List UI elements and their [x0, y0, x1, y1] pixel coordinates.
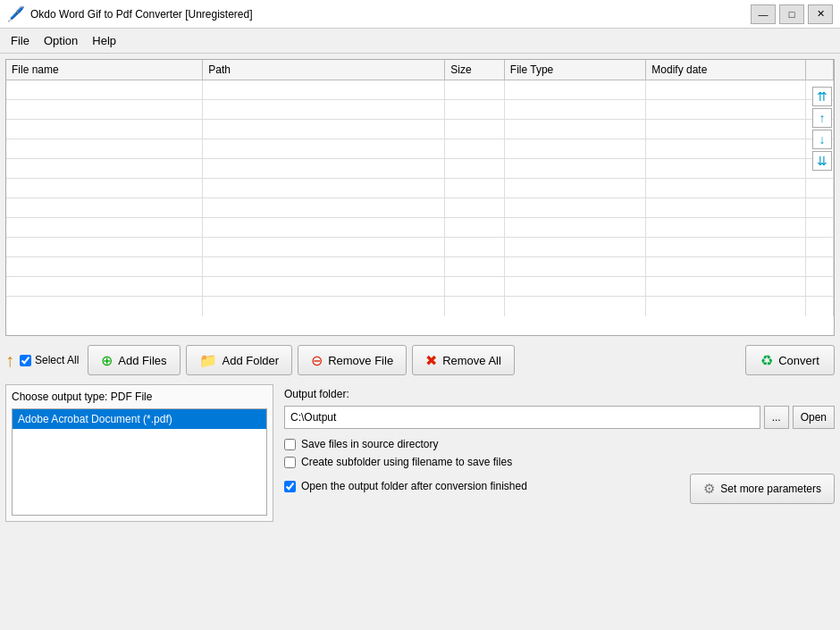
- table-row: [6, 80, 834, 100]
- scroll-down-button[interactable]: ↓: [812, 130, 832, 149]
- table-row: [6, 179, 834, 198]
- bottom-section: Choose output type: PDF File Adobe Acrob…: [5, 384, 835, 522]
- select-all-label[interactable]: Select All: [35, 354, 79, 366]
- table-row: [6, 100, 834, 120]
- scroll-buttons: ⇈ ↑ ↓ ⇊: [812, 87, 832, 171]
- output-folder-panel: Output folder: ... Open Save files in so…: [284, 384, 835, 522]
- open-after-conversion-label: Open the output folder after conversion …: [301, 480, 527, 492]
- col-header-filetype: File Type: [504, 60, 646, 80]
- menu-help[interactable]: Help: [85, 31, 123, 50]
- remove-all-button[interactable]: ✖ Remove All: [412, 345, 515, 375]
- add-files-label: Add Files: [118, 354, 166, 367]
- save-in-source-row: Save files in source directory: [284, 438, 835, 450]
- remove-all-label: Remove All: [442, 354, 501, 367]
- output-folder-label: Output folder:: [284, 388, 835, 400]
- toolbar-row: ↑ Select All ⊕ Add Files 📁 Add Folder ⊖ …: [5, 341, 835, 379]
- col-header-modifydate: Modify date: [646, 60, 806, 80]
- select-all-area: Select All: [20, 354, 79, 366]
- table-row: [6, 139, 834, 159]
- folder-row: ... Open: [284, 406, 835, 429]
- scroll-up-button[interactable]: ↑: [812, 108, 832, 128]
- col-header-path: Path: [203, 60, 445, 80]
- open-after-conversion-row: Open the output folder after conversion …: [284, 480, 527, 492]
- add-files-icon: ⊕: [101, 352, 113, 369]
- add-folder-icon: 📁: [199, 352, 217, 369]
- table-row: [6, 218, 834, 238]
- table-row: [6, 257, 834, 277]
- col-header-actions: [806, 60, 834, 80]
- create-subfolder-checkbox[interactable]: [284, 457, 296, 468]
- add-folder-label: Add Folder: [223, 354, 280, 367]
- scroll-top-button[interactable]: ⇈: [812, 87, 832, 106]
- app-icon: 🖊️: [7, 5, 25, 22]
- file-table: File name Path Size File Type Modify dat…: [6, 60, 834, 316]
- menu-bar: File Option Help: [0, 29, 840, 54]
- table-row: [6, 277, 834, 297]
- set-more-params-button[interactable]: ⚙ Set more parameters: [690, 474, 835, 504]
- up-arrow-icon: ↑: [5, 350, 14, 371]
- output-folder-input[interactable]: [284, 406, 760, 429]
- file-type-item[interactable]: Adobe Acrobat Document (*.pdf): [13, 409, 266, 429]
- open-after-conversion-checkbox[interactable]: [284, 481, 296, 492]
- convert-icon: ♻: [760, 352, 773, 369]
- output-type-panel: Choose output type: PDF File Adobe Acrob…: [5, 384, 273, 522]
- add-files-button[interactable]: ⊕ Add Files: [88, 345, 180, 375]
- save-in-source-checkbox[interactable]: [284, 439, 296, 450]
- menu-option[interactable]: Option: [37, 31, 85, 50]
- title-bar: 🖊️ Okdo Word Gif to Pdf Converter [Unreg…: [0, 0, 840, 29]
- table-row: [6, 297, 834, 316]
- menu-file[interactable]: File: [4, 31, 37, 50]
- close-button[interactable]: ✕: [808, 4, 833, 24]
- file-table-container: File name Path Size File Type Modify dat…: [5, 59, 835, 336]
- main-content: File name Path Size File Type Modify dat…: [0, 54, 840, 527]
- gear-icon: ⚙: [703, 481, 715, 497]
- output-type-label: Choose output type: PDF File: [12, 391, 267, 403]
- remove-file-button[interactable]: ⊖ Remove File: [298, 345, 407, 375]
- table-row: [6, 198, 834, 218]
- create-subfolder-row: Create subfolder using filename to save …: [284, 456, 835, 468]
- open-folder-button[interactable]: Open: [793, 406, 835, 429]
- create-subfolder-label: Create subfolder using filename to save …: [301, 456, 512, 468]
- file-type-list[interactable]: Adobe Acrobat Document (*.pdf): [12, 408, 267, 516]
- set-more-params-label: Set more parameters: [720, 483, 821, 495]
- col-header-size: Size: [445, 60, 504, 80]
- maximize-button[interactable]: □: [779, 4, 804, 24]
- col-header-filename: File name: [6, 60, 203, 80]
- remove-file-icon: ⊖: [311, 352, 323, 369]
- window-title: Okdo Word Gif to Pdf Converter [Unregist…: [30, 8, 253, 21]
- browse-button[interactable]: ...: [764, 406, 789, 429]
- remove-all-icon: ✖: [425, 352, 437, 369]
- select-all-checkbox[interactable]: [20, 355, 31, 366]
- window-controls: — □ ✕: [751, 4, 833, 24]
- title-bar-left: 🖊️ Okdo Word Gif to Pdf Converter [Unreg…: [7, 5, 253, 22]
- remove-file-label: Remove File: [328, 354, 393, 367]
- convert-label: Convert: [778, 354, 819, 367]
- scroll-bottom-button[interactable]: ⇊: [812, 151, 832, 171]
- convert-button[interactable]: ♻ Convert: [745, 345, 835, 375]
- output-type-name: PDF File: [111, 391, 153, 403]
- table-row: [6, 159, 834, 179]
- save-in-source-label: Save files in source directory: [301, 438, 438, 450]
- table-row: [6, 238, 834, 257]
- minimize-button[interactable]: —: [751, 4, 776, 24]
- table-row: [6, 120, 834, 139]
- add-folder-button[interactable]: 📁 Add Folder: [186, 345, 293, 375]
